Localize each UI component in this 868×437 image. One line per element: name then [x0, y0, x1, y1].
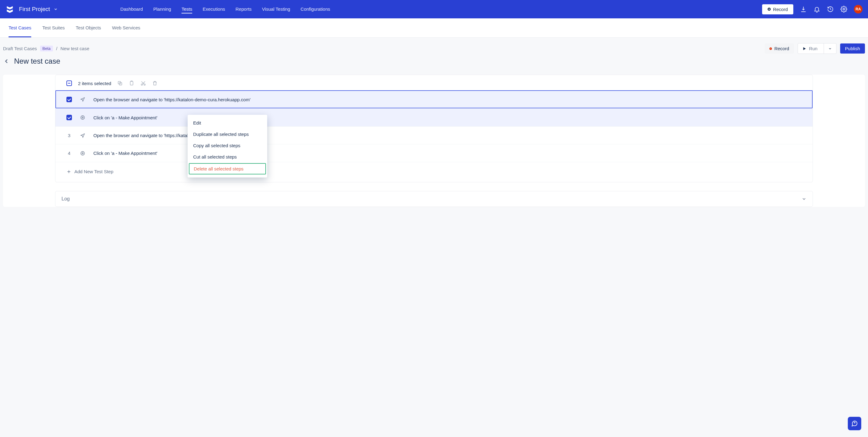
svg-point-9 [81, 152, 85, 155]
record-dot-icon [768, 8, 771, 11]
ctx-duplicate[interactable]: Duplicate all selected steps [188, 128, 267, 140]
trash-icon[interactable] [152, 81, 158, 86]
gear-icon[interactable] [840, 6, 847, 12]
tab-test-objects[interactable]: Test Objects [76, 18, 101, 37]
step-row[interactable]: Open the browser and navigate to 'https:… [55, 90, 813, 108]
select-all-checkbox[interactable] [66, 81, 72, 86]
breadcrumb-separator: / [56, 46, 57, 51]
nav-reports[interactable]: Reports [236, 5, 252, 13]
record-dot-icon [770, 48, 772, 50]
tab-test-cases[interactable]: Test Cases [8, 18, 31, 37]
run-button[interactable]: Run [798, 43, 824, 54]
record-button-top[interactable]: Record [762, 4, 793, 14]
run-dropdown-button[interactable] [824, 43, 836, 54]
svg-point-7 [81, 116, 85, 119]
back-arrow-icon[interactable] [3, 58, 10, 65]
page-actions: Record Run Publish [765, 43, 865, 54]
svg-point-0 [843, 8, 845, 10]
step-row[interactable]: 4 Click on 'a - Make Appointment' [55, 144, 813, 162]
cut-icon[interactable] [141, 81, 146, 86]
copy-icon[interactable] [117, 81, 123, 86]
canvas: 2 items selected Open the browser and na… [3, 75, 865, 207]
chevron-down-icon [802, 196, 806, 201]
context-menu: Edit Duplicate all selected steps Copy a… [188, 115, 267, 178]
beta-badge: Beta [40, 45, 53, 52]
svg-point-4 [142, 84, 143, 85]
download-icon[interactable] [800, 6, 807, 12]
breadcrumb: Draft Test Cases Beta / New test case Re… [3, 43, 865, 54]
nav-visual-testing[interactable]: Visual Testing [262, 5, 290, 13]
nav-tests[interactable]: Tests [182, 5, 192, 13]
project-name[interactable]: First Project [19, 6, 50, 12]
svg-point-6 [82, 117, 83, 118]
sub-tabs: Test Cases Test Suites Test Objects Web … [0, 18, 868, 38]
step-text: Open the browser and navigate to 'https:… [93, 97, 251, 102]
tab-test-suites[interactable]: Test Suites [42, 18, 65, 37]
svg-point-8 [82, 153, 83, 154]
ctx-cut[interactable]: Cut all selected steps [188, 151, 267, 162]
record-button[interactable]: Record [765, 43, 794, 54]
ctx-copy[interactable]: Copy all selected steps [188, 140, 267, 151]
navigate-icon [80, 133, 85, 138]
step-number: 4 [66, 151, 72, 156]
add-step-button[interactable]: Add New Test Step [55, 162, 813, 182]
selection-bar: 2 items selected [55, 75, 813, 90]
publish-button[interactable]: Publish [840, 43, 865, 54]
project-chevron-down-icon[interactable] [52, 6, 59, 12]
main-nav: Dashboard Planning Tests Executions Repo… [120, 5, 330, 13]
step-checkbox[interactable] [66, 115, 72, 120]
ctx-delete[interactable]: Delete all selected steps [189, 163, 266, 175]
step-text: Click on 'a - Make Appointment' [93, 151, 157, 156]
log-panel[interactable]: Log [55, 191, 813, 207]
tab-web-services[interactable]: Web Services [112, 18, 140, 37]
chevron-down-icon [828, 47, 832, 51]
log-label: Log [62, 196, 70, 202]
breadcrumb-root[interactable]: Draft Test Cases [3, 46, 37, 51]
navigate-icon [80, 97, 85, 102]
ctx-edit[interactable]: Edit [188, 117, 267, 128]
run-button-label: Run [809, 46, 817, 51]
title-row: New test case [3, 57, 865, 65]
top-bar: First Project Dashboard Planning Tests E… [0, 0, 868, 18]
click-icon [80, 151, 85, 156]
step-text: Click on 'a - Make Appointment' [93, 115, 157, 120]
history-icon[interactable] [827, 6, 834, 12]
page-title: New test case [14, 57, 865, 65]
plus-icon [66, 169, 71, 174]
bell-icon[interactable] [813, 6, 820, 12]
nav-dashboard[interactable]: Dashboard [120, 5, 143, 13]
steps-card: 2 items selected Open the browser and na… [55, 75, 813, 182]
run-button-group: Run [798, 43, 836, 54]
add-step-label: Add New Test Step [74, 169, 113, 174]
step-row[interactable]: 3 Open the browser and navigate to 'http… [55, 126, 813, 144]
top-right-actions: Record RA [762, 4, 863, 14]
nav-executions[interactable]: Executions [203, 5, 225, 13]
record-button-label: Record [774, 46, 789, 51]
content-header: Draft Test Cases Beta / New test case Re… [0, 38, 868, 65]
step-number: 3 [66, 133, 72, 138]
step-row[interactable]: Click on 'a - Make Appointment' [55, 108, 813, 126]
nav-configurations[interactable]: Configurations [301, 5, 330, 13]
svg-point-5 [144, 84, 146, 85]
play-icon [802, 46, 806, 51]
breadcrumb-current: New test case [61, 46, 89, 51]
nav-planning[interactable]: Planning [153, 5, 171, 13]
publish-button-label: Publish [845, 46, 860, 51]
click-icon [80, 115, 85, 120]
record-button-top-label: Record [773, 7, 788, 12]
avatar[interactable]: RA [854, 5, 863, 13]
step-checkbox[interactable] [66, 97, 72, 102]
app-logo-icon [5, 5, 14, 13]
svg-rect-3 [130, 82, 133, 85]
selection-summary: 2 items selected [78, 81, 111, 86]
paste-icon[interactable] [129, 81, 134, 86]
